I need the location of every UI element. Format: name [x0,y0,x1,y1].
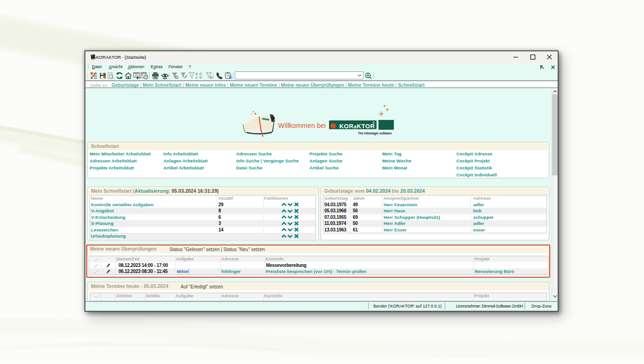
svg-text:A: A [196,72,198,76]
svg-text:Z: Z [196,76,198,79]
